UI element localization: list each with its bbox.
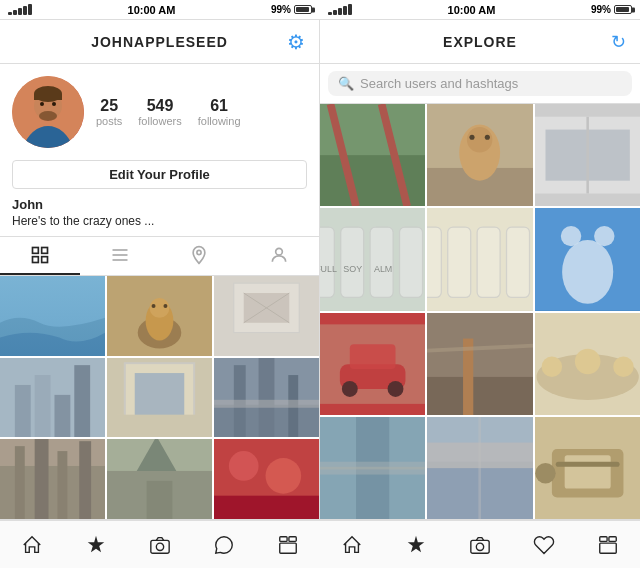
svg-rect-9 [32, 257, 38, 263]
svg-rect-104 [320, 461, 425, 474]
left-signal [8, 4, 32, 15]
svg-point-18 [138, 317, 182, 349]
svg-rect-112 [564, 455, 610, 488]
explore-item-10[interactable] [320, 417, 425, 519]
grid-item-9[interactable] [214, 439, 319, 519]
svg-rect-25 [244, 293, 290, 323]
svg-rect-103 [356, 417, 389, 519]
grid-item-1[interactable] [0, 276, 105, 356]
explore-title: EXPLORE [443, 34, 517, 50]
explore-item-3[interactable] [535, 104, 640, 206]
svg-rect-40 [259, 358, 275, 438]
svg-rect-31 [54, 395, 70, 438]
profile-icon [277, 534, 299, 556]
search-bar: 🔍 Search users and hashtags [320, 64, 640, 104]
right-nav-home[interactable] [320, 521, 384, 568]
svg-rect-79 [427, 227, 441, 297]
refresh-icon[interactable]: ↻ [611, 31, 626, 53]
left-nav-sparkle[interactable] [64, 521, 128, 568]
right-battery-pct: 99% [591, 4, 611, 15]
explore-item-12[interactable] [535, 417, 640, 519]
svg-rect-41 [288, 375, 298, 438]
list-icon [110, 245, 130, 265]
right-nav-heart[interactable] [512, 521, 576, 568]
svg-line-58 [330, 104, 356, 206]
edit-profile-button[interactable]: Edit Your Profile [12, 160, 307, 189]
tab-tagged[interactable] [239, 237, 319, 275]
svg-rect-78 [427, 208, 532, 310]
explore-item-7[interactable] [320, 313, 425, 415]
svg-rect-39 [234, 365, 246, 438]
avatar [12, 76, 84, 148]
svg-rect-42 [214, 399, 319, 407]
profile-tabs [0, 236, 319, 276]
svg-point-64 [470, 135, 475, 140]
explore-item-2[interactable] [427, 104, 532, 206]
followers-stat[interactable]: 549 followers [138, 97, 181, 127]
svg-rect-83 [535, 208, 640, 310]
svg-rect-74 [400, 227, 423, 297]
sparkle-icon-right [405, 534, 427, 556]
grid-item-2[interactable] [107, 276, 212, 356]
right-status-bar: 10:00 AM 99% [320, 0, 640, 20]
svg-rect-28 [0, 358, 105, 438]
explore-item-11[interactable] [427, 417, 532, 519]
settings-gear-icon[interactable]: ⚙ [287, 30, 305, 54]
svg-text:FULL: FULL [320, 264, 337, 274]
tab-list[interactable] [80, 237, 160, 275]
following-stat[interactable]: 61 following [198, 97, 241, 127]
right-time: 10:00 AM [448, 4, 496, 16]
home-icon-right [341, 534, 363, 556]
explore-item-8[interactable] [427, 313, 532, 415]
left-nav-profile[interactable] [256, 521, 320, 568]
left-nav-chat[interactable] [192, 521, 256, 568]
svg-rect-45 [15, 446, 25, 519]
tab-grid[interactable] [0, 237, 80, 275]
svg-rect-124 [600, 543, 617, 553]
grid-item-3[interactable] [214, 276, 319, 356]
grid-item-6[interactable] [214, 358, 319, 438]
svg-point-4 [39, 111, 57, 121]
left-nav-camera[interactable] [128, 521, 192, 568]
svg-rect-48 [79, 442, 91, 519]
svg-rect-3 [34, 94, 62, 100]
left-battery-icon [294, 5, 312, 14]
search-input-wrap[interactable]: 🔍 Search users and hashtags [328, 71, 632, 96]
grid-item-4[interactable] [0, 358, 105, 438]
svg-point-98 [536, 353, 638, 399]
svg-rect-34 [125, 363, 194, 432]
svg-rect-122 [600, 536, 607, 541]
svg-rect-67 [535, 117, 640, 194]
left-nav-home[interactable] [0, 521, 64, 568]
left-bottom-nav [0, 520, 320, 568]
svg-rect-89 [340, 364, 406, 389]
explore-item-6[interactable] [535, 208, 640, 310]
grid-item-8[interactable] [107, 439, 212, 519]
profile-list-icon [597, 534, 619, 556]
posts-stat[interactable]: 25 posts [96, 97, 122, 127]
profile-section: 25 posts 549 followers 61 following [0, 64, 319, 156]
svg-rect-96 [438, 325, 533, 383]
right-nav-sparkle[interactable] [384, 521, 448, 568]
svg-rect-16 [0, 276, 105, 356]
svg-point-5 [40, 102, 44, 106]
svg-rect-56 [320, 104, 425, 206]
explore-item-1[interactable] [320, 104, 425, 206]
svg-rect-110 [535, 417, 640, 519]
svg-rect-50 [107, 471, 212, 519]
svg-rect-30 [35, 375, 51, 438]
svg-rect-97 [535, 313, 640, 415]
grid-item-7[interactable] [0, 439, 105, 519]
tab-location[interactable] [160, 237, 240, 275]
explore-item-5[interactable] [427, 208, 532, 310]
profile-photo-grid [0, 276, 319, 519]
grid-item-5[interactable] [107, 358, 212, 438]
right-nav-profile-list[interactable] [576, 521, 640, 568]
svg-rect-55 [214, 496, 319, 519]
explore-item-9[interactable] [535, 313, 640, 415]
following-count: 61 [210, 97, 228, 115]
svg-rect-102 [320, 417, 425, 519]
explore-item-4[interactable]: FULLSOYALM [320, 208, 425, 310]
right-nav-camera[interactable] [448, 521, 512, 568]
svg-rect-43 [0, 439, 105, 519]
